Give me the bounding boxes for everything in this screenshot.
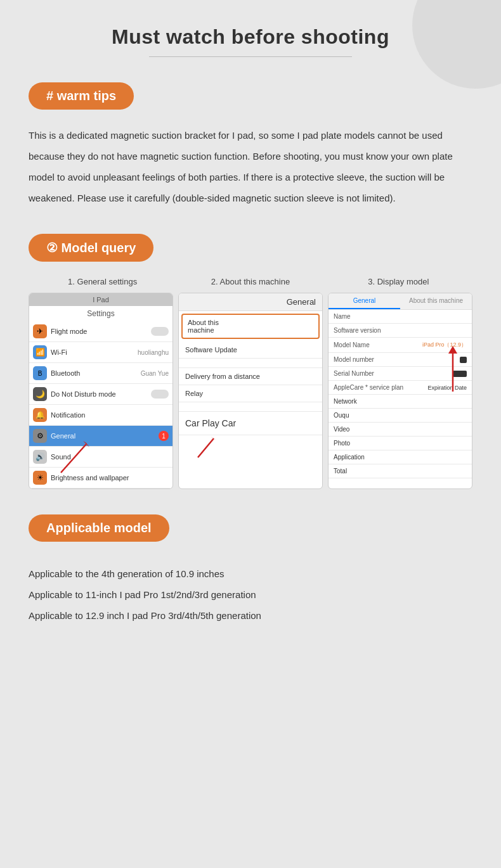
arrow-annotation-2 [192, 435, 230, 461]
ss1-title: Settings [29, 306, 172, 321]
dnd-toggle[interactable] [151, 390, 169, 399]
list-item: 🌙 Do Not Disturb mode [29, 384, 172, 405]
list-item: B Bluetooth Guan Yue [29, 363, 172, 384]
list-item-network: Network [329, 395, 472, 409]
sound-icon: 🔊 [33, 450, 47, 464]
list-item: 🔔 Notification [29, 405, 172, 426]
brightness-icon: ☀ [33, 471, 47, 485]
ss1-top-bar: I Pad [29, 293, 172, 306]
list-item: 🔊 Sound [29, 447, 172, 468]
list-item: Delivery from a distance [179, 368, 322, 385]
step-label-2: 2. About this machine [176, 277, 324, 286]
wifi-icon: 📶 [33, 345, 47, 359]
applicable-item-2: Applicable to 11-inch I pad Pro 1st/2nd/… [29, 584, 472, 605]
arrow-space-2 [179, 435, 322, 461]
screenshot-general: General About thismachine Software Updat… [178, 293, 323, 489]
list-item-serial: Serial Number ■■■■ [329, 367, 472, 381]
model-query-section: ② Model query 1. General settings 2. Abo… [29, 234, 472, 489]
applicable-item-3: Applicable to 12.9 inch I pad Pro 3rd/4t… [29, 605, 472, 626]
notification-label: Notification [51, 411, 169, 419]
list-item: 📶 Wi-Fi huolianghu [29, 342, 172, 363]
svg-marker-3 [211, 437, 217, 440]
dnd-label: Do Not Disturb mode [51, 390, 147, 398]
notification-icon: 🔔 [33, 408, 47, 422]
list-item-name: Name [329, 310, 472, 324]
tab-general[interactable]: General [329, 293, 400, 309]
list-item-ouqu: Ouqu [329, 409, 472, 423]
list-item: Relay [179, 385, 322, 402]
ss2-title: General [179, 293, 322, 311]
step-label-3: 3. Display model [325, 277, 472, 286]
step-labels: 1. General settings 2. About this machin… [29, 277, 472, 286]
brightness-label: Brightness and wallpaper [51, 474, 169, 482]
list-item-general[interactable]: ⚙ General 1 [29, 426, 172, 447]
title-divider [149, 56, 352, 57]
model-query-tag: ② Model query [29, 234, 153, 262]
screenshot-settings: I Pad Settings ✈ Flight mode 📶 Wi-Fi huo… [29, 293, 173, 489]
bluetooth-value: Guan Yue [141, 370, 169, 377]
list-item: ☀ Brightness and wallpaper [29, 468, 172, 488]
sound-label: Sound [51, 453, 169, 461]
page-title: Must watch before shooting [29, 25, 472, 49]
list-item: Car Play Car [179, 412, 322, 435]
list-item-software: Software version [329, 324, 472, 338]
applicable-model-tag: Applicable model [29, 514, 169, 542]
applicable-model-section: Applicable model Applicable to the 4th g… [29, 514, 472, 626]
bluetooth-icon: B [33, 366, 47, 380]
list-item-model-name: Model Name iPad Pro（12.9） [329, 338, 472, 353]
list-item-video: Video [329, 423, 472, 437]
applicable-model-list: Applicable to the 4th generation of 10.9… [29, 563, 472, 626]
bluetooth-label: Bluetooth [51, 369, 137, 377]
warm-tips-tag: # warm tips [29, 82, 134, 110]
flight-icon: ✈ [33, 324, 47, 338]
wifi-label: Wi-Fi [51, 348, 134, 356]
list-item [179, 359, 322, 368]
screenshots-row: I Pad Settings ✈ Flight mode 📶 Wi-Fi huo… [29, 293, 472, 489]
list-item [179, 402, 322, 412]
warm-tips-body: This is a dedicated magnetic suction bra… [29, 125, 472, 208]
flight-label: Flight mode [51, 328, 147, 335]
list-item-applecare: AppleCare * service plan Expiration Date [329, 381, 472, 395]
list-item-model-number: Model number ●● [329, 353, 472, 367]
list-item: ✈ Flight mode [29, 321, 172, 342]
general-label: General [51, 432, 155, 440]
general-badge: 1 [159, 431, 169, 441]
ss3-tabs: General About this machine [329, 293, 472, 310]
warm-tips-section: # warm tips This is a dedicated magnetic… [29, 82, 472, 208]
general-icon: ⚙ [33, 429, 47, 443]
about-machine-row[interactable]: About thismachine [181, 314, 320, 339]
list-item-photo: Photo [329, 437, 472, 450]
applicable-item-1: Applicable to the 4th generation of 10.9… [29, 563, 472, 584]
screenshot-about: General About this machine Name Software… [328, 293, 472, 489]
wifi-value: huolianghu [138, 349, 169, 356]
svg-line-2 [198, 438, 214, 457]
step-label-1: 1. General settings [29, 277, 176, 286]
list-item-application: Application [329, 450, 472, 464]
tab-about[interactable]: About this machine [400, 293, 472, 309]
about-machine-label: About thismachine [188, 319, 219, 334]
list-item: Software Update [179, 341, 322, 359]
flight-toggle[interactable] [151, 327, 169, 336]
dnd-icon: 🌙 [33, 387, 47, 401]
list-item-total: Total [329, 464, 472, 478]
